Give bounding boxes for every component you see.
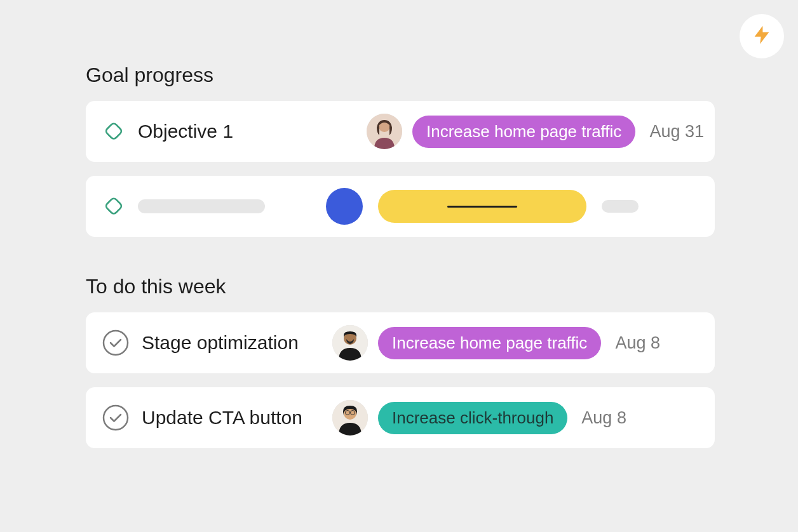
goal-date: Aug 31 xyxy=(649,122,704,142)
svg-rect-3 xyxy=(105,197,123,215)
svg-point-4 xyxy=(104,331,128,355)
todos-section-title: To do this week xyxy=(86,275,715,298)
skeleton-tag-line xyxy=(447,206,517,208)
task-date: Aug 8 xyxy=(581,408,626,428)
skeleton-title-placeholder xyxy=(138,199,265,213)
avatar[interactable] xyxy=(332,400,368,436)
check-circle-icon[interactable] xyxy=(102,329,129,356)
task-tag[interactable]: Increase click-through xyxy=(378,402,567,434)
goals-section-title: Goal progress xyxy=(86,63,715,87)
avatar[interactable] xyxy=(367,114,402,149)
diamond-icon xyxy=(102,195,125,218)
svg-rect-0 xyxy=(105,123,123,140)
lightning-button[interactable] xyxy=(740,14,784,58)
diamond-icon xyxy=(102,120,125,143)
check-circle-icon[interactable] xyxy=(102,404,129,431)
task-title: Update CTA button xyxy=(142,407,332,429)
goal-tag[interactable]: Increase home page traffic xyxy=(412,116,635,148)
goal-card[interactable]: Objective 1 Increase home page traffic A… xyxy=(86,101,715,162)
avatar[interactable] xyxy=(332,325,368,361)
dashboard-content: Goal progress Objective 1 Increase home … xyxy=(86,63,715,462)
task-title: Stage optimization xyxy=(142,332,332,354)
task-card[interactable]: Update CTA button Increase click-through… xyxy=(86,387,715,448)
goal-card-skeleton xyxy=(86,176,715,237)
lightning-icon xyxy=(751,24,773,48)
skeleton-avatar-placeholder xyxy=(326,188,363,225)
task-tag[interactable]: Increase home page traffic xyxy=(378,327,601,359)
skeleton-tag-placeholder xyxy=(378,190,586,223)
task-card[interactable]: Stage optimization Increase home page tr… xyxy=(86,312,715,373)
skeleton-date-placeholder xyxy=(602,200,639,213)
svg-point-7 xyxy=(104,406,128,430)
task-date: Aug 8 xyxy=(615,333,660,353)
goal-title: Objective 1 xyxy=(138,121,367,142)
